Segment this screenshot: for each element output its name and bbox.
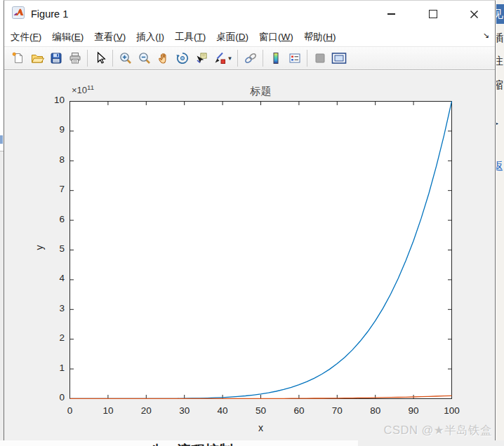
rotate-3d-icon <box>175 51 190 65</box>
close-icon <box>470 10 479 19</box>
toolbar-separator <box>307 50 307 67</box>
background-char: 注 <box>496 55 504 67</box>
link-chain-icon <box>243 51 258 65</box>
minimize-icon <box>387 13 395 14</box>
legend-icon <box>288 51 302 65</box>
brush-dropdown-caret[interactable]: ▼ <box>227 55 233 62</box>
colorbar-icon <box>269 51 283 65</box>
open-file-button[interactable] <box>27 49 46 68</box>
zoom-out-button[interactable] <box>135 49 154 68</box>
y-tick-label: 4 <box>41 273 65 283</box>
window-title: Figure 1 <box>31 8 68 20</box>
menu-item-insert[interactable]: 插入(I) <box>136 31 164 43</box>
insert-colorbar-button[interactable] <box>266 49 285 68</box>
y-tick-label: 5 <box>41 243 65 254</box>
background-char: 见 <box>496 4 504 24</box>
open-folder-icon <box>30 51 44 65</box>
save-figure-button[interactable] <box>46 49 65 68</box>
rotate-3d-button[interactable] <box>173 49 192 68</box>
y-tick-label: 8 <box>41 154 65 165</box>
menu-item-tools[interactable]: 工具(T) <box>175 31 206 43</box>
toolbar: ▼ <box>4 47 495 70</box>
background-right-strip: 见插注缩▶返 <box>496 0 504 446</box>
background-char: 返 <box>496 160 504 173</box>
y-exponent-label: ×1011 <box>72 83 94 95</box>
background-char: 缩 <box>496 79 504 91</box>
x-tick-label: 50 <box>246 405 277 416</box>
y-tick-label: 2 <box>41 332 65 343</box>
brush-data-button[interactable]: ▼ <box>211 49 234 68</box>
background-section-heading: 八、流程控制 <box>149 441 233 446</box>
chart-svg <box>69 101 452 399</box>
show-plot-tools-dock-button[interactable] <box>329 49 348 68</box>
y-tick-label: 0 <box>41 392 65 403</box>
brush-icon <box>213 51 227 65</box>
y-tick-label: 10 <box>41 95 65 105</box>
background-mini-icon <box>0 135 3 144</box>
x-tick-label: 100 <box>437 405 467 416</box>
x-tick-label: 20 <box>131 405 161 416</box>
toolbar-separator <box>87 50 88 67</box>
menu-item-file[interactable]: 文件(F) <box>11 31 41 43</box>
data-cursor-button[interactable] <box>192 49 211 68</box>
printer-icon <box>68 51 82 65</box>
pan-hand-icon <box>157 51 171 65</box>
menu-item-desktop[interactable]: 桌面(D) <box>216 31 248 43</box>
zoom-in-button[interactable] <box>116 49 135 68</box>
figure-canvas: 标题 ×1011 y x CSDN @★半岛铁盒 012345678910010… <box>4 71 495 440</box>
maximize-button[interactable] <box>412 1 453 27</box>
x-tick-label: 10 <box>93 405 124 416</box>
matlab-logo-icon <box>12 6 25 22</box>
pan-button[interactable] <box>154 49 173 68</box>
x-tick-label: 70 <box>321 405 352 416</box>
x-tick-label: 30 <box>169 405 200 416</box>
maximize-icon <box>429 10 437 18</box>
print-figure-button[interactable] <box>65 49 84 68</box>
menu-item-edit[interactable]: 编辑(E) <box>52 31 84 43</box>
y-tick-label: 7 <box>41 184 65 194</box>
x-tick-label: 40 <box>207 405 238 416</box>
title-bar: Figure 1 <box>4 1 495 27</box>
save-floppy-icon <box>49 51 63 65</box>
zoom-in-icon <box>119 51 133 65</box>
edit-plot-button[interactable] <box>91 49 110 68</box>
chart-title: 标题 <box>69 85 452 98</box>
menu-item-help[interactable]: 帮助(H) <box>304 31 336 43</box>
watermark: CSDN @★半岛铁盒 <box>384 423 492 438</box>
plot-area <box>69 101 452 399</box>
x-tick-label: 90 <box>398 405 429 416</box>
background-char: ▶ <box>496 119 504 128</box>
menu-item-view[interactable]: 查看(V) <box>94 31 126 43</box>
close-button[interactable] <box>453 1 495 27</box>
x-tick-label: 60 <box>284 405 314 416</box>
x-tick-label: 0 <box>55 405 86 416</box>
pointer-arrow-icon <box>93 51 107 65</box>
menu-bar: ↘ 文件(F)编辑(E)查看(V)插入(I)工具(T)桌面(D)窗口(W)帮助(… <box>4 27 495 47</box>
hide-plot-tools-icon <box>313 51 327 65</box>
y-tick-label: 1 <box>41 363 65 373</box>
insert-legend-button[interactable] <box>285 49 304 68</box>
dock-figure-icon <box>331 51 347 65</box>
y-tick-label: 6 <box>41 214 65 224</box>
toolbar-separator <box>112 50 113 67</box>
zoom-out-icon <box>138 51 152 65</box>
new-figure-icon <box>11 51 25 65</box>
new-figure-button[interactable] <box>8 49 27 68</box>
minimize-button[interactable] <box>371 1 412 27</box>
window-controls <box>371 1 495 27</box>
y-tick-label: 9 <box>41 124 65 135</box>
background-bottom-strip: 八、流程控制 <box>0 440 504 446</box>
data-cursor-icon <box>194 51 208 65</box>
toolbar-separator <box>237 50 238 67</box>
background-bottom-segment <box>358 440 504 446</box>
y-tick-label: 3 <box>41 303 65 313</box>
menu-overflow-icon[interactable]: ↘ <box>483 31 489 40</box>
hide-plot-tools-button[interactable] <box>310 49 329 68</box>
background-char: 插 <box>496 32 504 44</box>
x-tick-label: 80 <box>360 405 391 416</box>
link-plot-button[interactable] <box>241 49 260 68</box>
toolbar-separator <box>263 50 263 67</box>
menu-item-window[interactable]: 窗口(W) <box>259 31 293 43</box>
figure-window: Figure 1 ↘ 文件(F)编辑(E)查看(V)插入(I)工具(T)桌面(D… <box>4 0 496 440</box>
